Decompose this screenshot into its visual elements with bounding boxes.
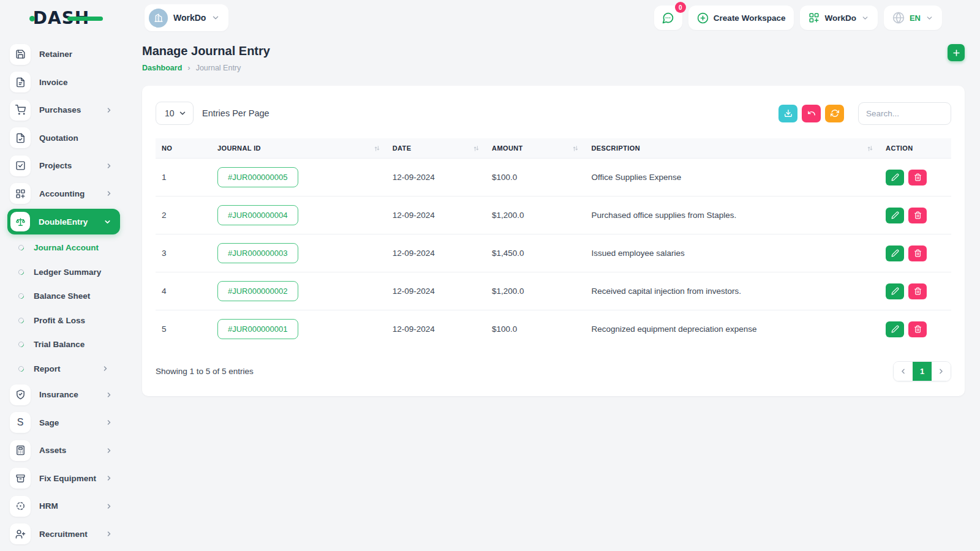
prev-page-button[interactable] [894,362,913,381]
pagination: 1 [893,361,951,381]
app-logo: DASH [0,8,123,28]
sidebar-item-hrm[interactable]: HRM [0,492,123,520]
sidebar-subitem-profit-loss[interactable]: Profit & Loss [0,309,123,333]
chevron-right-icon [105,419,113,426]
sidebar-subitem-report[interactable]: Report [0,357,123,381]
chevron-right-icon [105,530,113,538]
workspace-switcher[interactable]: WorkDo [145,4,228,31]
cart-icon [10,100,31,121]
cell-amount: $1,200.0 [486,272,585,310]
edit-button[interactable] [886,246,904,261]
shield-check-icon [10,384,31,405]
cell-date: 12-09-2024 [386,272,486,310]
column-header-date[interactable]: DATE [386,138,486,159]
delete-button[interactable] [908,208,927,223]
add-journal-entry-button[interactable] [948,44,965,61]
column-header-journal-id[interactable]: JOURNAL ID [211,138,386,159]
main-content: Manage Journal Entry Dashboard › Journal… [123,36,980,551]
sidebar-subitem-journal-account[interactable]: Journal Account [0,236,123,260]
journal-id-badge[interactable]: #JUR000000005 [217,167,298,187]
breadcrumb-current: Journal Entry [196,64,241,72]
cell-no: 2 [156,197,211,234]
cell-no: 1 [156,159,211,197]
page-number-button[interactable]: 1 [913,362,932,381]
sidebar-item-projects[interactable]: Projects [0,152,123,180]
column-header-amount[interactable]: AMOUNT [486,138,585,159]
sidebar-item-accounting[interactable]: Accounting [0,180,123,208]
cell-amount: $100.0 [486,159,585,197]
edit-button[interactable] [886,208,904,223]
chevron-down-icon [925,14,933,22]
edit-button[interactable] [886,283,904,299]
table-row: 5 #JUR000000001 12-09-2024 $100.0 Recogn… [156,310,951,348]
sidebar-item-recruitment[interactable]: Recruitment [0,520,123,549]
trash-icon [914,249,922,257]
journal-id-badge[interactable]: #JUR000000002 [217,281,298,301]
chevron-right-icon [105,162,113,170]
column-header-description[interactable]: DESCRIPTION [585,138,880,159]
sidebar-item-doubleentry[interactable]: DoubleEntry [7,209,120,234]
cell-description: Office Supplies Expense [585,159,880,197]
sort-icon[interactable] [473,145,480,152]
refresh-button[interactable] [825,105,844,122]
language-selector[interactable]: EN [884,6,942,30]
create-workspace-label: Create Workspace [714,13,786,23]
edit-button[interactable] [886,321,904,337]
chevron-right-icon: › [187,63,190,72]
cell-date: 12-09-2024 [386,234,486,272]
sort-icon[interactable] [572,145,579,152]
sidebar-item-insurance[interactable]: Insurance [0,381,123,409]
sidebar-subitem-ledger-summary[interactable]: Ledger Summary [0,260,123,285]
globe-icon [892,12,905,24]
edit-button[interactable] [886,170,904,186]
sidebar-subitem-balance-sheet[interactable]: Balance Sheet [0,284,123,309]
entries-per-page-select[interactable]: 10 [156,102,194,125]
pencil-icon [891,211,899,219]
cell-no: 4 [156,272,211,310]
cell-date: 12-09-2024 [386,197,486,234]
create-workspace-button[interactable]: Create Workspace [688,6,794,30]
search-input[interactable] [858,102,951,125]
grid-icon [809,12,820,23]
journal-id-badge[interactable]: #JUR000000004 [217,205,298,225]
journal-id-badge[interactable]: #JUR000000001 [217,319,298,339]
entries-per-page-label: Entries Per Page [202,108,270,118]
plus-icon [952,48,961,58]
workdo-menu-button[interactable]: WorkDo [800,6,878,30]
sidebar-item-quotation[interactable]: Quotation [0,124,123,152]
logo-dot [29,16,35,21]
chevron-right-icon [102,365,109,372]
table-row: 4 #JUR000000002 12-09-2024 $1,200.0 Rece… [156,272,951,310]
chat-icon [662,12,674,24]
delete-button[interactable] [908,321,927,337]
sidebar-item-fix-equipment[interactable]: Fix Equipment [0,465,123,493]
trash-icon [914,325,922,333]
sidebar-item-purchases[interactable]: Purchases [0,96,123,124]
breadcrumb-dashboard-link[interactable]: Dashboard [142,64,182,72]
delete-button[interactable] [908,246,927,261]
undo-icon [807,109,816,118]
next-page-button[interactable] [932,362,951,381]
bullet-icon [17,340,25,348]
messages-button[interactable]: 0 [654,6,682,30]
chevron-right-icon [105,503,113,510]
table-row: 3 #JUR000000003 12-09-2024 $1,450.0 Issu… [156,234,951,272]
sidebar-item-invoice[interactable]: Invoice [0,69,123,97]
sort-icon[interactable] [374,145,380,152]
reset-button[interactable] [802,105,821,122]
export-button[interactable] [778,105,797,122]
sidebar-item-retainer[interactable]: Retainer [0,40,123,69]
journal-id-badge[interactable]: #JUR000000003 [217,243,298,263]
target-icon [10,496,31,517]
sort-icon[interactable] [867,145,873,152]
grid-plus-icon [10,183,31,204]
delete-button[interactable] [908,283,927,299]
chevron-right-icon [105,190,113,197]
sidebar-subitem-trial-balance[interactable]: Trial Balance [0,332,123,357]
sidebar-item-sage[interactable]: S Sage [0,409,123,437]
sidebar-item-assets[interactable]: Assets [0,437,123,465]
cell-description: Purchased office supplies from Staples. [585,197,880,234]
cell-amount: $1,200.0 [486,197,585,234]
balance-scale-icon [10,212,30,231]
delete-button[interactable] [908,170,927,186]
